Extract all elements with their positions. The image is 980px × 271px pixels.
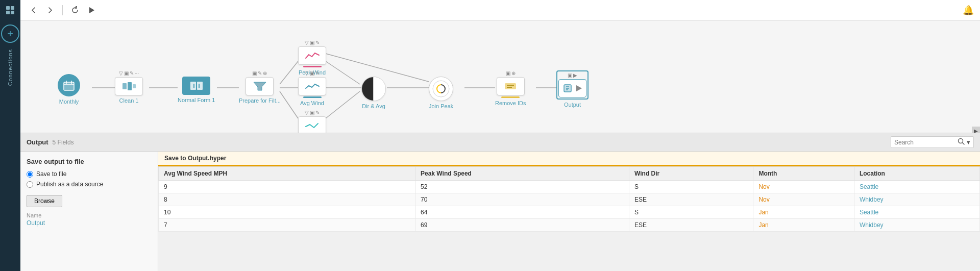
toolbar: 🔔 bbox=[20, 0, 980, 20]
node-removeids[interactable]: ▣ ⊕ Remove IDs bbox=[495, 70, 526, 106]
svg-marker-4 bbox=[89, 7, 94, 13]
bottom-title: Output bbox=[27, 138, 48, 146]
node-monthly[interactable]: Monthly bbox=[58, 74, 80, 105]
node-normalform1-label: Normal Form 1 bbox=[178, 97, 215, 103]
node-peakwind-toolbar: ▽ ▣ ✎ bbox=[305, 40, 320, 45]
node-removeids-label: Remove IDs bbox=[495, 100, 526, 106]
svg-rect-32 bbox=[505, 83, 516, 89]
table-row: 10 64 S Jan Seattle bbox=[159, 206, 980, 219]
svg-marker-30 bbox=[254, 82, 266, 90]
node-diravg[interactable]: Dir & Avg bbox=[361, 77, 386, 109]
svg-line-8 bbox=[280, 61, 298, 84]
toolbar-divider bbox=[62, 5, 63, 15]
data-file-title: Save to Output.hyper bbox=[158, 152, 980, 166]
search-button[interactable] bbox=[958, 138, 965, 146]
node-avgwind[interactable]: ▽ ▣ ✎ Avg Wind bbox=[298, 70, 326, 106]
svg-line-10 bbox=[280, 91, 298, 118]
bottom-fields-count: 5 Fields bbox=[53, 139, 74, 146]
cell-location-0: Seattle bbox=[854, 181, 979, 193]
svg-rect-26 bbox=[190, 82, 196, 90]
cell-winddir-1: ESE bbox=[629, 193, 753, 206]
node-joinpeak[interactable]: Join Peak bbox=[429, 77, 453, 109]
svg-rect-1 bbox=[11, 6, 14, 10]
svg-rect-2 bbox=[6, 11, 10, 14]
table-row: 8 70 ESE Nov Whidbey bbox=[159, 193, 980, 206]
toolbar-right: 🔔 bbox=[963, 5, 974, 16]
node-diravg-label: Dir & Avg bbox=[362, 103, 385, 109]
cell-location-3: Whidbey bbox=[854, 219, 979, 232]
node-monthly-label: Monthly bbox=[59, 98, 79, 105]
name-value: Output bbox=[27, 219, 152, 227]
cell-avg-1: 8 bbox=[159, 193, 415, 206]
node-avgwind-toolbar: ▽ ▣ ✎ bbox=[305, 70, 320, 76]
node-clean1-toolbar: ▽ ▣ ✎ ··· bbox=[119, 70, 139, 76]
col-wind-dir: Wind Dir bbox=[629, 167, 753, 181]
cell-month-1: Nov bbox=[753, 193, 854, 206]
node-normalform1[interactable]: Normal Form 1 bbox=[178, 77, 215, 103]
svg-rect-18 bbox=[64, 82, 74, 90]
data-table: Avg Wind Speed MPH Peak Wind Speed Wind … bbox=[158, 166, 980, 232]
output-node-box: ▣ ▶ bbox=[556, 70, 589, 100]
svg-rect-25 bbox=[133, 84, 136, 88]
cell-peak-0: 52 bbox=[415, 181, 629, 193]
sidebar: + Connections bbox=[0, 0, 20, 271]
col-location: Location bbox=[854, 167, 979, 181]
cell-month-3: Jan bbox=[753, 219, 854, 232]
cell-peak-2: 64 bbox=[415, 206, 629, 219]
svg-rect-3 bbox=[11, 11, 14, 14]
node-output[interactable]: ▣ ▶ Output bbox=[556, 70, 589, 108]
cell-location-2: Seattle bbox=[854, 206, 979, 219]
svg-point-31 bbox=[433, 81, 449, 97]
cell-winddir-2: S bbox=[629, 206, 753, 219]
table-row: 7 69 ESE Jan Whidbey bbox=[159, 219, 980, 232]
node-clean1-label: Clean 1 bbox=[119, 97, 139, 104]
name-label: Name bbox=[27, 212, 152, 218]
radio-save-to-file[interactable]: Save to file bbox=[27, 170, 152, 178]
bottom-header: Output 5 Fields ▾ bbox=[20, 133, 980, 152]
node-prepareforfilter[interactable]: ▣ ✎ ⊕ Prepare for Filt... bbox=[239, 70, 281, 104]
cell-peak-3: 69 bbox=[415, 219, 629, 232]
node-clean1[interactable]: ▽ ▣ ✎ ··· Clean 1 bbox=[115, 70, 143, 104]
svg-line-13 bbox=[326, 91, 360, 118]
cell-avg-3: 7 bbox=[159, 219, 415, 232]
refresh-button[interactable] bbox=[68, 3, 82, 17]
cell-winddir-0: S bbox=[629, 181, 753, 193]
node-prepareforfilter-label: Prepare for Filt... bbox=[239, 97, 281, 104]
bell-icon: 🔔 bbox=[963, 5, 974, 16]
canvas: Monthly ▽ ▣ ✎ ··· Clean 1 Normal Form 1 … bbox=[20, 20, 980, 133]
node-output-toolbar: ▣ ▶ bbox=[558, 72, 586, 78]
search-dropdown-button[interactable]: ▾ bbox=[967, 138, 970, 146]
cell-avg-0: 9 bbox=[159, 181, 415, 193]
node-winddir[interactable]: ▽ ▣ ✎ Wind Dir bbox=[298, 110, 326, 133]
cell-winddir-3: ESE bbox=[629, 219, 753, 232]
forward-button[interactable] bbox=[43, 3, 57, 17]
node-avgwind-label: Avg Wind bbox=[300, 100, 324, 106]
cell-month-0: Nov bbox=[753, 181, 854, 193]
bottom-content: Save output to file Save to file Publish… bbox=[20, 152, 980, 271]
radio-publish[interactable]: Publish as a data source bbox=[27, 181, 152, 188]
play-button[interactable] bbox=[84, 3, 99, 17]
cell-location-1: Whidbey bbox=[854, 193, 979, 206]
svg-rect-0 bbox=[6, 6, 10, 10]
connections-label: Connections bbox=[7, 49, 13, 86]
browse-button[interactable]: Browse bbox=[27, 195, 62, 207]
bottom-panel: Output 5 Fields ▾ Save output to file Sa… bbox=[20, 133, 980, 271]
sidebar-top[interactable] bbox=[0, 0, 20, 20]
node-prepare-toolbar: ▣ ✎ ⊕ bbox=[252, 70, 267, 76]
radio-group: Save to file Publish as a data source bbox=[27, 170, 152, 188]
node-removeids-toolbar: ▣ ⊕ bbox=[506, 70, 516, 76]
back-button[interactable] bbox=[27, 3, 41, 17]
search-box: ▾ bbox=[891, 136, 974, 148]
cell-month-2: Jan bbox=[753, 206, 854, 219]
svg-marker-40 bbox=[576, 85, 582, 91]
add-button[interactable]: + bbox=[1, 24, 19, 43]
node-joinpeak-label: Join Peak bbox=[429, 103, 453, 109]
svg-rect-27 bbox=[197, 82, 203, 90]
node-winddir-toolbar: ▽ ▣ ✎ bbox=[305, 110, 320, 115]
data-area: Save to Output.hyper Avg Wind Speed MPH … bbox=[158, 152, 980, 271]
col-peak-wind: Peak Wind Speed bbox=[415, 167, 629, 181]
table-row: 9 52 S Nov Seattle bbox=[159, 181, 980, 193]
col-avg-wind: Avg Wind Speed MPH bbox=[159, 167, 415, 181]
save-output-heading: Save output to file bbox=[27, 158, 152, 165]
search-input[interactable] bbox=[894, 139, 955, 146]
